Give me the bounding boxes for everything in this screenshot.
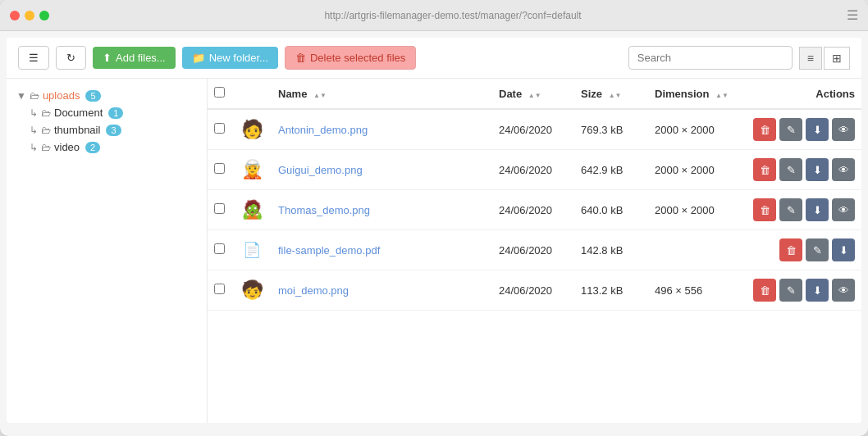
row-checkbox[interactable] (214, 123, 225, 134)
delete-button[interactable]: 🗑 (753, 158, 776, 181)
header-date-col[interactable]: Date ▲▼ (492, 79, 574, 109)
search-input[interactable] (628, 46, 793, 70)
file-table: Name ▲▼ Date ▲▼ Size ▲▼ (208, 79, 861, 423)
maximize-button[interactable] (39, 11, 49, 20)
expand-icon: ▼ (16, 90, 26, 102)
row-thumb-cell: 🧟 (232, 190, 272, 230)
grid-view-button[interactable]: ⊞ (824, 47, 850, 70)
refresh-icon: ↻ (66, 52, 75, 64)
row-checkbox[interactable] (214, 243, 225, 254)
table-header-row: Name ▲▼ Date ▲▼ Size ▲▼ (208, 79, 861, 109)
new-folder-button[interactable]: 📁 New folder... (182, 47, 278, 69)
actions-cell: 🗑 ✎ ⬇👁 (753, 118, 855, 141)
file-name[interactable]: file-sample_demo.pdf (278, 244, 380, 257)
row-name-cell: file-sample_demo.pdf (272, 230, 492, 270)
row-checkbox-cell (208, 109, 232, 150)
row-actions-cell: 🗑 ✎ ⬇👁 (747, 190, 861, 230)
edit-button[interactable]: ✎ (779, 198, 802, 221)
row-thumb-cell: 🧒 (232, 270, 272, 311)
row-thumb-cell: 🧝 (232, 150, 272, 190)
name-sort-arrows: ▲▼ (313, 93, 327, 99)
row-size-cell: 769.3 kB (574, 109, 648, 150)
file-name[interactable]: Thomas_demo.png (278, 204, 370, 216)
sidebar-item-uploads[interactable]: ▼ 🗁 uploads 5 (13, 87, 200, 104)
sidebar: ▼ 🗁 uploads 5 ↳ 🗁 Document 1 ↳ 🗁 (7, 79, 208, 423)
file-thumbnail: 🧟 (239, 197, 265, 223)
sidebar-item-thumbnail[interactable]: ↳ 🗁 thumbnail 3 (26, 121, 200, 139)
thumbnail-badge: 3 (106, 125, 121, 136)
row-date-cell: 24/06/2020 (492, 109, 574, 150)
row-checkbox[interactable] (214, 284, 225, 294)
folder-icon: 🗁 (41, 125, 51, 136)
select-all-checkbox[interactable] (214, 87, 225, 98)
actions-cell: 🗑 ✎ ⬇👁 (753, 279, 855, 302)
video-badge: 2 (85, 142, 100, 153)
grid-view-icon: ⊞ (832, 52, 842, 65)
row-date-cell: 24/06/2020 (492, 270, 574, 311)
edit-button[interactable]: ✎ (806, 238, 829, 261)
traffic-lights (10, 11, 49, 20)
preview-button[interactable]: 👁 (832, 198, 855, 221)
delete-button[interactable]: 🗑 (753, 279, 776, 302)
add-files-button[interactable]: ⬆ Add files... (93, 47, 176, 69)
indent-icon: ↳ (30, 107, 38, 119)
refresh-button[interactable]: ↻ (56, 46, 86, 70)
url-bar: http://artgris-filemanager-demo.test/man… (59, 10, 847, 21)
header-name-col[interactable]: Name ▲▼ (272, 79, 492, 109)
menu-icon[interactable]: ☰ (847, 7, 858, 23)
minimize-button[interactable] (25, 11, 34, 20)
file-name[interactable]: Antonin_demo.png (278, 124, 368, 136)
close-button[interactable] (10, 11, 20, 20)
document-label: Document (54, 107, 103, 119)
delete-button[interactable]: 🗑 (753, 198, 776, 221)
row-name-cell: Guigui_demo.png (272, 150, 492, 190)
table-row: 🧝 Guigui_demo.png 24/06/2020 642.9 kB 20… (208, 150, 861, 190)
row-actions-cell: 🗑 ✎ ⬇👁 (747, 109, 861, 150)
download-button[interactable]: ⬇ (806, 279, 829, 302)
delete-button[interactable]: 🗑 (753, 118, 776, 141)
sidebar-item-video[interactable]: ↳ 🗁 video 2 (26, 139, 200, 156)
delete-button[interactable]: 🗑 (779, 238, 802, 261)
actions-cell: 🗑 ✎ ⬇ (753, 238, 855, 261)
preview-button[interactable]: 👁 (832, 158, 855, 181)
row-checkbox-cell (208, 150, 232, 190)
preview-button[interactable]: 👁 (832, 118, 855, 141)
thumbnail-label: thumbnail (54, 124, 100, 136)
edit-button[interactable]: ✎ (779, 279, 802, 302)
row-dimension-cell: 2000 × 2000 (648, 109, 747, 150)
row-checkbox-cell (208, 190, 232, 230)
download-button[interactable]: ⬇ (806, 198, 829, 221)
table-row: 🧒 moi_demo.png 24/06/2020 113.2 kB 496 ×… (208, 270, 861, 311)
row-checkbox[interactable] (214, 203, 225, 214)
row-checkbox[interactable] (214, 163, 225, 174)
table-row: 🧟 Thomas_demo.png 24/06/2020 640.0 kB 20… (208, 190, 861, 230)
preview-button[interactable]: 👁 (832, 279, 855, 302)
row-size-cell: 113.2 kB (574, 270, 648, 311)
header-size-col[interactable]: Size ▲▼ (574, 79, 648, 109)
download-button[interactable]: ⬇ (806, 118, 829, 141)
date-sort-arrows: ▲▼ (528, 93, 541, 99)
delete-selected-button[interactable]: 🗑 Delete selected files (285, 46, 416, 70)
row-actions-cell: 🗑 ✎ ⬇👁 (747, 150, 861, 190)
upload-icon: ⬆ (103, 52, 112, 64)
video-label: video (54, 141, 80, 153)
download-button[interactable]: ⬇ (832, 238, 855, 261)
edit-button[interactable]: ✎ (779, 118, 802, 141)
row-size-cell: 142.8 kB (574, 230, 648, 270)
hamburger-button[interactable]: ☰ (18, 46, 49, 70)
row-name-cell: moi_demo.png (272, 270, 492, 311)
download-button[interactable]: ⬇ (806, 158, 829, 181)
toolbar: ☰ ↻ ⬆ Add files... 📁 New folder... 🗑 Del… (7, 38, 861, 79)
actions-cell: 🗑 ✎ ⬇👁 (753, 158, 855, 181)
file-name[interactable]: moi_demo.png (278, 284, 349, 297)
header-actions-col: Actions (747, 79, 861, 109)
header-dimension-col[interactable]: Dimension ▲▼ (648, 79, 747, 109)
row-actions-cell: 🗑 ✎ ⬇👁 (747, 270, 861, 311)
row-checkbox-cell (208, 270, 232, 311)
list-view-button[interactable]: ≡ (799, 47, 822, 70)
file-name[interactable]: Guigui_demo.png (278, 164, 363, 176)
indent-icon: ↳ (30, 125, 38, 136)
sidebar-item-document[interactable]: ↳ 🗁 Document 1 (26, 104, 200, 121)
row-checkbox-cell (208, 230, 232, 270)
edit-button[interactable]: ✎ (779, 158, 802, 181)
